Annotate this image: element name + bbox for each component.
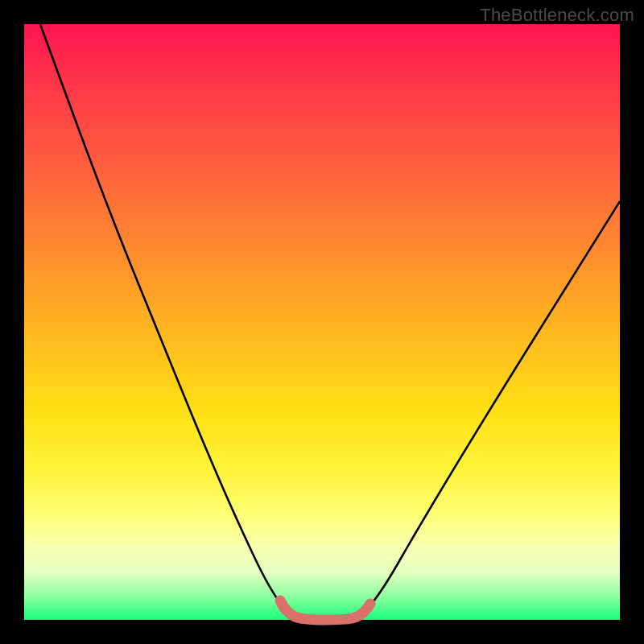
highlight-trough bbox=[280, 601, 370, 620]
bottleneck-curve-line bbox=[40, 24, 620, 620]
chart-frame: TheBottleneck.com bbox=[0, 0, 644, 644]
chart-svg bbox=[24, 24, 620, 620]
plot-area bbox=[24, 24, 620, 620]
watermark-text: TheBottleneck.com bbox=[480, 5, 634, 26]
